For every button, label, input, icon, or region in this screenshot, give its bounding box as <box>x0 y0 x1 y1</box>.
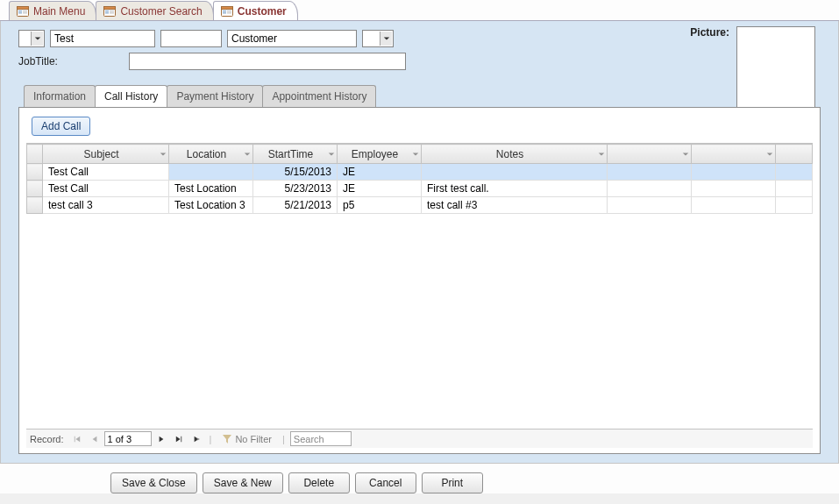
separator: | <box>210 434 212 444</box>
record-position-input[interactable] <box>104 431 152 446</box>
col-starttime[interactable]: StartTime <box>253 145 338 164</box>
svg-rect-9 <box>105 12 109 13</box>
cell-subject[interactable]: Test Call <box>43 181 169 197</box>
window-tabs: Main MenuCustomer SearchCustomer <box>0 0 839 21</box>
svg-rect-17 <box>227 12 231 13</box>
cell-empty <box>776 181 813 197</box>
col-extra[interactable] <box>692 145 776 164</box>
separator: | <box>282 434 285 444</box>
col-subject[interactable]: Subject <box>43 145 169 164</box>
cell-starttime[interactable]: 5/21/2013 <box>253 197 338 214</box>
chevron-down-icon[interactable] <box>244 148 251 160</box>
svg-rect-13 <box>221 6 232 9</box>
cell-location[interactable] <box>169 164 253 181</box>
cell-empty <box>776 197 813 214</box>
col-extra[interactable] <box>608 145 692 164</box>
delete-button[interactable]: Delete <box>288 472 350 493</box>
print-button[interactable]: Print <box>422 472 483 493</box>
cell-employee[interactable]: p5 <box>338 197 422 214</box>
form-icon <box>221 6 233 17</box>
tab-payment-history[interactable]: Payment History <box>167 85 263 107</box>
save-new-button[interactable]: Save & New <box>203 472 283 493</box>
chevron-down-icon[interactable] <box>598 148 605 160</box>
cell-notes[interactable]: First test call. <box>422 181 608 197</box>
chevron-down-icon[interactable] <box>412 148 419 160</box>
tab-appointment-history[interactable]: Appointment History <box>262 85 376 107</box>
window-tab-customer-search[interactable]: Customer Search <box>96 1 213 20</box>
cell-employee[interactable]: JE <box>338 181 422 197</box>
col-location[interactable]: Location <box>169 145 253 164</box>
prefix-combo[interactable] <box>18 30 45 47</box>
jobtitle-input[interactable] <box>129 53 406 70</box>
row-selector[interactable] <box>27 164 43 181</box>
cell-empty <box>608 164 692 181</box>
jobtitle-label: JobTitle: <box>18 55 122 67</box>
action-bar: Save & Close Save & New Delete Cancel Pr… <box>0 464 839 493</box>
form-icon <box>103 6 116 17</box>
cell-subject[interactable]: test call 3 <box>43 197 169 214</box>
svg-rect-8 <box>105 11 109 11</box>
chevron-down-icon[interactable] <box>380 32 392 46</box>
nav-first-icon[interactable] <box>69 432 85 446</box>
cell-notes[interactable]: test call #3 <box>422 197 608 214</box>
form-icon <box>17 6 29 17</box>
cell-empty <box>608 181 692 197</box>
cell-empty <box>692 181 776 197</box>
svg-rect-5 <box>23 12 27 13</box>
nav-next-icon[interactable] <box>153 432 169 446</box>
table-row[interactable]: test call 3Test Location 35/21/2013p5tes… <box>27 197 813 214</box>
middle-name-input[interactable] <box>160 30 222 47</box>
svg-rect-4 <box>23 11 27 11</box>
cell-employee[interactable]: JE <box>338 164 422 181</box>
window-tab-label: Customer <box>238 5 287 18</box>
table-row[interactable]: Test CallTest Location5/23/2013JEFirst t… <box>27 181 813 197</box>
cell-subject[interactable]: Test Call <box>43 164 169 181</box>
svg-rect-16 <box>227 11 231 11</box>
window-tab-main-menu[interactable]: Main Menu <box>9 1 96 20</box>
cell-starttime[interactable]: 5/15/2013 <box>253 164 338 181</box>
call-grid: SubjectLocationStartTimeEmployeeNotes Te… <box>26 143 813 429</box>
chevron-down-icon[interactable] <box>766 148 773 160</box>
record-navigator: Record: | No Filter | <box>26 429 813 448</box>
table-row[interactable]: Test Call5/15/2013JE <box>27 164 813 181</box>
cell-location[interactable]: Test Location <box>169 181 253 197</box>
svg-rect-14 <box>223 11 226 11</box>
picture-label: Picture: <box>690 26 729 39</box>
nav-search-input[interactable] <box>290 431 352 446</box>
col-end <box>776 145 813 164</box>
tab-call-history[interactable]: Call History <box>95 85 167 107</box>
svg-rect-2 <box>18 11 22 11</box>
save-close-button[interactable]: Save & Close <box>110 472 197 493</box>
svg-rect-15 <box>223 12 226 13</box>
row-selector-header[interactable] <box>27 145 43 164</box>
call-history-panel: Add Call SubjectLocationStartTimeEmploye… <box>18 107 821 454</box>
last-name-input[interactable] <box>227 30 357 47</box>
first-name-input[interactable] <box>50 30 155 47</box>
col-employee[interactable]: Employee <box>338 145 422 164</box>
chevron-down-icon[interactable] <box>31 32 43 46</box>
suffix-combo[interactable] <box>362 30 394 47</box>
col-notes[interactable]: Notes <box>422 145 608 164</box>
chevron-down-icon[interactable] <box>682 148 689 160</box>
cell-starttime[interactable]: 5/23/2013 <box>253 181 338 197</box>
record-label: Record: <box>30 434 64 444</box>
cell-empty <box>608 197 692 214</box>
row-selector[interactable] <box>27 197 43 214</box>
nav-new-icon[interactable] <box>188 432 204 446</box>
nav-last-icon[interactable] <box>171 432 187 446</box>
nav-prev-icon[interactable] <box>87 432 103 446</box>
tab-information[interactable]: Information <box>24 85 96 107</box>
row-selector[interactable] <box>27 181 43 197</box>
window-tab-label: Customer Search <box>120 5 202 18</box>
chevron-down-icon[interactable] <box>328 148 335 160</box>
window-tab-customer[interactable]: Customer <box>213 1 298 20</box>
cancel-button[interactable]: Cancel <box>355 472 416 493</box>
svg-rect-7 <box>104 6 116 9</box>
add-call-button[interactable]: Add Call <box>32 117 90 136</box>
chevron-down-icon[interactable] <box>160 148 167 160</box>
svg-rect-3 <box>18 12 22 13</box>
cell-location[interactable]: Test Location 3 <box>169 197 253 214</box>
cell-notes[interactable] <box>422 164 608 181</box>
filter-control[interactable]: No Filter <box>222 434 272 444</box>
cell-empty <box>692 197 776 214</box>
